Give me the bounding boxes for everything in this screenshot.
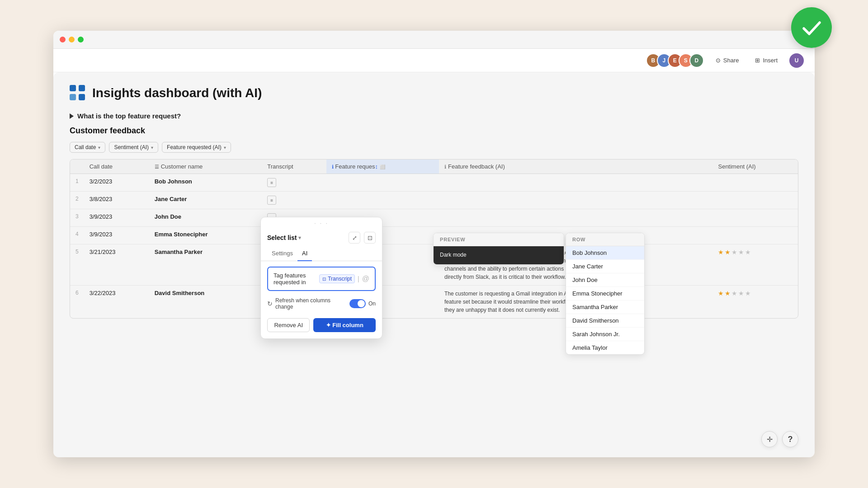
preview-header: PREVIEW: [434, 233, 564, 246]
fullscreen-button[interactable]: [78, 37, 84, 42]
avatar-5: D: [689, 53, 704, 68]
row-item-david[interactable]: David Smitherson: [566, 314, 644, 328]
row-item-samantha[interactable]: Samantha Parker: [566, 300, 644, 314]
fill-column-button[interactable]: ✦ Fill column: [313, 318, 376, 332]
close-button[interactable]: [60, 37, 66, 42]
drag-handle: · · ·: [261, 217, 382, 227]
share-icon: ⊙: [716, 57, 721, 64]
check-icon: [800, 16, 823, 39]
row-item-sarah[interactable]: Sarah Johnson Jr.: [566, 328, 644, 341]
row-item-john[interactable]: John Doe: [566, 273, 644, 287]
row-item-amelia[interactable]: Amelia Taylor: [566, 341, 644, 354]
chip-icon: ⊡: [322, 277, 326, 282]
top-bar: B J E S D ⊙ Share ⊞ Insert U: [53, 49, 815, 72]
refresh-icon: ↻: [267, 300, 273, 307]
dropdown-icon-group: ⤢ ⊡: [349, 232, 376, 244]
app-window: B J E S D ⊙ Share ⊞ Insert U Insights da…: [53, 31, 815, 457]
collaborator-avatars: B J E S D: [650, 53, 704, 68]
row-item-jane[interactable]: Jane Carter: [566, 260, 644, 273]
refresh-label: ↻ Refresh when columns change: [267, 297, 349, 310]
refresh-row: ↻ Refresh when columns change On: [261, 295, 382, 315]
dropdown-title: Select list ▾: [267, 234, 301, 241]
prompt-prefix: Tag features requested in: [274, 272, 316, 286]
user-avatar[interactable]: U: [789, 53, 804, 68]
toggle-knob: [358, 300, 365, 307]
dropdown-header: Select list ▾ ⤢ ⊡: [261, 227, 382, 246]
insert-icon: ⊞: [755, 57, 760, 64]
prompt-chip: ⊡ Transcript: [319, 274, 355, 283]
toggle-group: On: [349, 299, 376, 308]
row-item-emma[interactable]: Emma Stonecipher: [566, 287, 644, 300]
expand-icon-btn[interactable]: ⤢: [349, 232, 360, 244]
tab-ai[interactable]: AI: [297, 248, 312, 261]
toggle-state-label: On: [368, 300, 376, 307]
preview-content: Dark mode: [434, 246, 564, 264]
share-button[interactable]: ⊙ Share: [711, 55, 744, 66]
traffic-lights: [60, 37, 84, 42]
insert-button[interactable]: ⊞ Insert: [750, 55, 782, 66]
chip-label: Transcript: [328, 276, 352, 282]
footer-buttons: Remove AI ✦ Fill column: [261, 315, 382, 337]
minimize-button[interactable]: [69, 37, 75, 42]
at-icon: @: [362, 275, 369, 283]
col-settings-dropdown: · · · Select list ▾ ⤢ ⊡ Settings AI Tag …: [260, 217, 382, 339]
cursor: |: [358, 275, 359, 282]
row-panel: ROW Bob Johnson Jane Carter John Doe Emm…: [566, 233, 645, 355]
row-panel-header: ROW: [566, 233, 644, 246]
tab-settings[interactable]: Settings: [267, 248, 297, 261]
modal-overlay[interactable]: [53, 72, 815, 457]
prompt-input-box[interactable]: Tag features requested in ⊡ Transcript |…: [267, 267, 376, 291]
main-content: Insights dashboard (with AI) What is the…: [53, 72, 815, 457]
chevron-down-icon: ▾: [298, 235, 301, 241]
row-item-bob[interactable]: Bob Johnson: [566, 246, 644, 260]
prompt-area: Tag features requested in ⊡ Transcript |…: [267, 267, 376, 291]
success-badge: [791, 7, 832, 48]
preview-text: Dark mode: [440, 252, 467, 258]
collapse-icon-btn[interactable]: ⊡: [364, 232, 376, 244]
col-tab-group: Settings AI: [261, 246, 382, 261]
refresh-toggle[interactable]: [349, 299, 366, 308]
preview-panel: PREVIEW Dark mode: [433, 233, 564, 265]
titlebar: [53, 31, 815, 49]
remove-ai-button[interactable]: Remove AI: [267, 318, 310, 332]
